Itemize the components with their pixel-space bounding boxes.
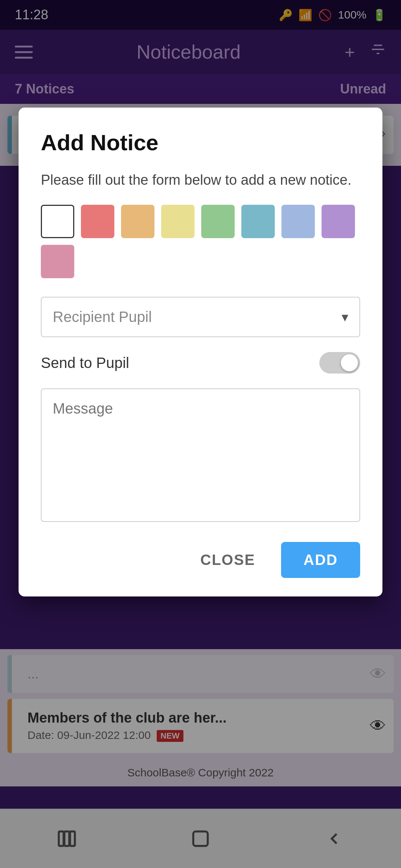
add-button[interactable]: ADD	[281, 542, 360, 578]
close-button[interactable]: CLOSE	[189, 544, 267, 576]
send-to-pupil-row: Send to Pupil	[41, 352, 360, 374]
color-swatches	[41, 205, 360, 278]
swatch-orange[interactable]	[121, 205, 154, 238]
send-to-pupil-toggle[interactable]	[319, 352, 360, 374]
swatch-red[interactable]	[81, 205, 114, 238]
dialog-buttons: CLOSE ADD	[41, 542, 360, 578]
swatch-white[interactable]	[41, 205, 74, 238]
dialog-subtitle: Please fill out the form below to add a …	[41, 170, 360, 190]
chevron-down-icon: ▾	[342, 309, 348, 325]
swatch-green[interactable]	[201, 205, 235, 238]
send-to-pupil-label: Send to Pupil	[41, 355, 129, 371]
recipient-placeholder: Recipient Pupil	[53, 309, 152, 325]
message-input[interactable]	[41, 388, 360, 522]
toggle-knob	[341, 354, 358, 371]
swatch-yellow[interactable]	[161, 205, 195, 238]
recipient-dropdown[interactable]: Recipient Pupil ▾	[41, 297, 360, 337]
swatch-pink[interactable]	[41, 245, 74, 278]
swatch-teal[interactable]	[241, 205, 275, 238]
swatch-purple[interactable]	[322, 205, 355, 238]
add-notice-dialog: Add Notice Please fill out the form belo…	[19, 108, 382, 596]
swatch-blue[interactable]	[281, 205, 315, 238]
dialog-title: Add Notice	[41, 130, 360, 155]
